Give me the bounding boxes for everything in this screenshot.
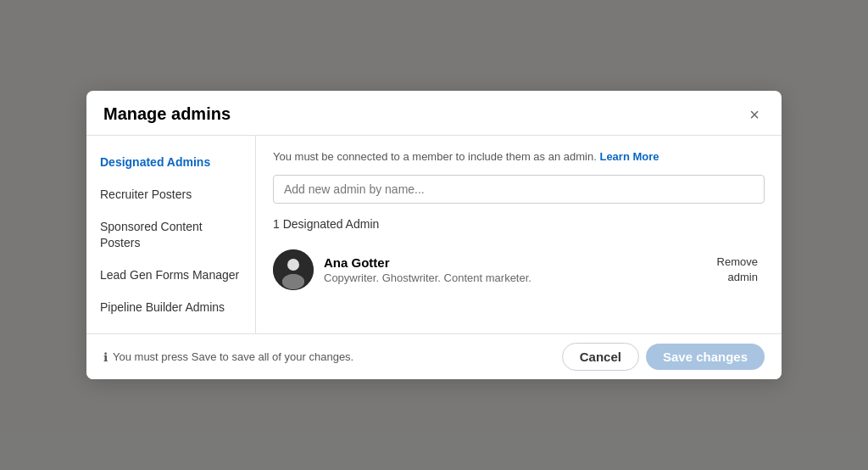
svg-point-3 — [282, 274, 304, 289]
close-button[interactable]: × — [744, 104, 765, 125]
manage-admins-modal: Manage admins × Designated Admins Recrui… — [86, 91, 782, 379]
admin-count: 1 Designated Admin — [273, 217, 765, 231]
modal-title: Manage admins — [103, 104, 231, 124]
modal-footer: ℹ You must press Save to save all of you… — [86, 333, 782, 379]
sidebar-item-recruiter-posters[interactable]: Recruiter Posters — [86, 178, 255, 210]
info-icon: ℹ — [103, 350, 108, 364]
svg-point-1 — [287, 259, 299, 271]
save-button[interactable]: Save changes — [646, 344, 765, 370]
learn-more-link[interactable]: Learn More — [599, 150, 659, 163]
admin-info: Ana Gotter Copywriter. Ghostwriter. Cont… — [324, 255, 710, 284]
admin-item: Ana Gotter Copywriter. Ghostwriter. Cont… — [273, 243, 765, 297]
main-content: You must be connected to a member to inc… — [256, 136, 782, 333]
admin-name: Ana Gotter — [324, 255, 710, 270]
footer-actions: Cancel Save changes — [562, 343, 765, 371]
notice-text: You must press Save to save all of your … — [113, 350, 353, 363]
sidebar-item-pipeline-builder-admins[interactable]: Pipeline Builder Admins — [86, 291, 255, 323]
modal-body: Designated Admins Recruiter Posters Spon… — [86, 136, 782, 333]
sidebar-item-designated-admins[interactable]: Designated Admins — [86, 146, 255, 178]
sidebar-item-lead-gen-forms-manager[interactable]: Lead Gen Forms Manager — [86, 259, 255, 291]
content-area: You must be connected to a member to inc… — [256, 136, 782, 333]
avatar — [273, 249, 314, 290]
info-text: You must be connected to a member to inc… — [273, 150, 597, 163]
info-bar: You must be connected to a member to inc… — [273, 149, 765, 165]
footer-notice: ℹ You must press Save to save all of you… — [103, 350, 353, 364]
sidebar: Designated Admins Recruiter Posters Spon… — [86, 136, 256, 333]
remove-admin-button[interactable]: Removeadmin — [710, 251, 765, 288]
sidebar-item-sponsored-content-posters[interactable]: Sponsored Content Posters — [86, 210, 255, 258]
admin-description: Copywriter. Ghostwriter. Content markete… — [324, 271, 710, 284]
modal-overlay: Manage admins × Designated Admins Recrui… — [0, 0, 868, 470]
search-input[interactable] — [273, 175, 765, 204]
modal-header: Manage admins × — [86, 91, 782, 136]
cancel-button[interactable]: Cancel — [562, 343, 639, 371]
